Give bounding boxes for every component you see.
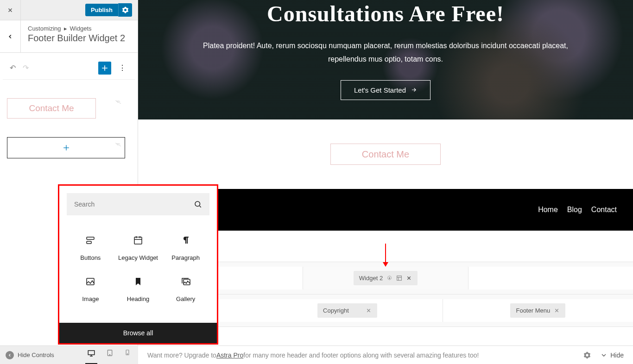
redo-button[interactable]: ↷ — [23, 63, 29, 72]
customizer-footer-toolbar: Hide Controls — [0, 345, 138, 364]
chevron-down-icon — [600, 351, 608, 359]
upgrade-message-bar: Want more? Upgrade to Astra Pro for many… — [138, 345, 633, 364]
plus-icon — [62, 143, 71, 152]
nav-contact[interactable]: Contact — [591, 206, 617, 214]
block-legacy-widget[interactable]: Legacy Widget — [114, 227, 162, 269]
tablet-preview-button[interactable] — [104, 345, 115, 364]
gear-icon[interactable] — [386, 275, 392, 281]
image-icon — [85, 276, 96, 287]
editor-toolbar: ↶ ↷ ⋮ — [3, 56, 135, 80]
nav-blog[interactable]: Blog — [567, 206, 582, 214]
builder-cell-5[interactable]: Copyright — [252, 299, 443, 322]
add-block-button[interactable] — [98, 62, 111, 75]
chevron-right-icon: ▸ — [64, 25, 67, 32]
panel-header: Publish — [0, 0, 138, 20]
builder-cell-2[interactable]: Widget 2 — [303, 267, 468, 289]
svg-rect-1 — [87, 237, 94, 239]
footer-nav: Home Blog Contact — [538, 206, 617, 214]
arrow-down-annotation-icon — [381, 244, 390, 267]
nav-home[interactable]: Home — [538, 206, 558, 214]
copyright-chip[interactable]: Copyright — [317, 303, 377, 318]
block-buttons[interactable]: Buttons — [67, 227, 114, 269]
desktop-icon — [87, 349, 95, 358]
svg-point-0 — [195, 201, 200, 207]
chevron-left-icon — [7, 353, 12, 358]
publish-button[interactable]: Publish — [85, 4, 118, 16]
more-options-button[interactable]: ⋮ — [117, 63, 128, 72]
contact-section: Contact Me — [138, 119, 633, 189]
mobile-preview-button[interactable] — [122, 345, 133, 364]
block-heading[interactable]: Heading — [114, 269, 162, 310]
hide-controls-button[interactable]: Hide Controls — [6, 351, 54, 359]
block-inserter-popup: Buttons Legacy Widget Paragraph Image He… — [58, 184, 218, 345]
svg-rect-3 — [134, 237, 142, 244]
breadcrumb-section: Customizing ▸ Widgets Footer Builder Wid… — [0, 20, 138, 53]
browse-all-button[interactable]: Browse all — [59, 323, 217, 343]
breadcrumb: Customizing ▸ Widgets — [28, 25, 131, 32]
breadcrumb-root: Customizing — [28, 25, 61, 32]
buttons-icon — [85, 235, 96, 246]
search-input[interactable] — [74, 201, 194, 208]
widget-preview-area: Contact Me — [0, 89, 138, 168]
svg-rect-2 — [87, 241, 91, 244]
tablet-icon — [106, 349, 114, 357]
desktop-preview-button[interactable] — [85, 345, 97, 364]
bookmark-icon — [133, 276, 144, 287]
hero-text: Platea proident! Aute, rerum sociosqu nu… — [189, 39, 582, 66]
close-icon — [7, 7, 13, 13]
layout-icon[interactable] — [396, 275, 402, 281]
publish-area: Publish — [21, 3, 138, 17]
wifi-icon — [115, 141, 121, 147]
wifi-icon — [115, 98, 121, 105]
back-button[interactable] — [0, 20, 21, 52]
close-icon[interactable] — [406, 275, 412, 281]
close-icon[interactable] — [366, 308, 372, 314]
svg-rect-8 — [397, 276, 402, 281]
chevron-left-icon — [7, 33, 13, 40]
hide-builder-button[interactable]: Hide — [600, 351, 624, 359]
mobile-icon — [124, 349, 131, 356]
calendar-icon — [133, 235, 144, 246]
page-title: Footer Builder Widget 2 — [28, 33, 131, 44]
svg-point-11 — [109, 354, 110, 355]
add-widget-button[interactable] — [7, 137, 125, 158]
contact-me-button[interactable]: Contact Me — [330, 144, 441, 165]
block-paragraph[interactable]: Paragraph — [162, 227, 209, 269]
block-gallery[interactable]: Gallery — [162, 269, 209, 310]
undo-button[interactable]: ↶ — [10, 63, 16, 72]
arrow-right-icon — [411, 87, 417, 93]
svg-point-13 — [127, 354, 127, 354]
builder-cell-3[interactable] — [468, 267, 633, 289]
paragraph-icon — [180, 235, 191, 246]
publish-settings-button[interactable] — [118, 3, 132, 17]
close-icon[interactable] — [554, 308, 560, 314]
widget-2-chip[interactable]: Widget 2 — [354, 271, 418, 285]
block-image[interactable]: Image — [67, 269, 114, 310]
builder-cell-6[interactable]: Footer Menu — [443, 299, 633, 322]
svg-point-7 — [389, 277, 390, 279]
astra-pro-link[interactable]: Astra Pro — [216, 351, 243, 359]
search-icon — [194, 200, 202, 208]
gallery-icon — [180, 276, 191, 287]
footer-menu-chip[interactable]: Footer Menu — [510, 303, 565, 318]
contact-button-widget[interactable]: Contact Me — [7, 98, 96, 119]
hero-cta-button[interactable]: Let's Get Started — [341, 80, 430, 100]
close-customizer-button[interactable] — [0, 0, 21, 20]
gear-icon[interactable] — [583, 351, 591, 359]
hero-title: Consultations Are Free! — [267, 1, 504, 26]
svg-rect-9 — [88, 351, 95, 355]
breadcrumb-parent[interactable]: Widgets — [70, 25, 92, 32]
block-search[interactable] — [67, 193, 209, 215]
hero-section: Consultations Are Free! Platea proident!… — [138, 0, 633, 119]
gear-icon — [122, 6, 129, 13]
plus-icon — [100, 63, 109, 73]
